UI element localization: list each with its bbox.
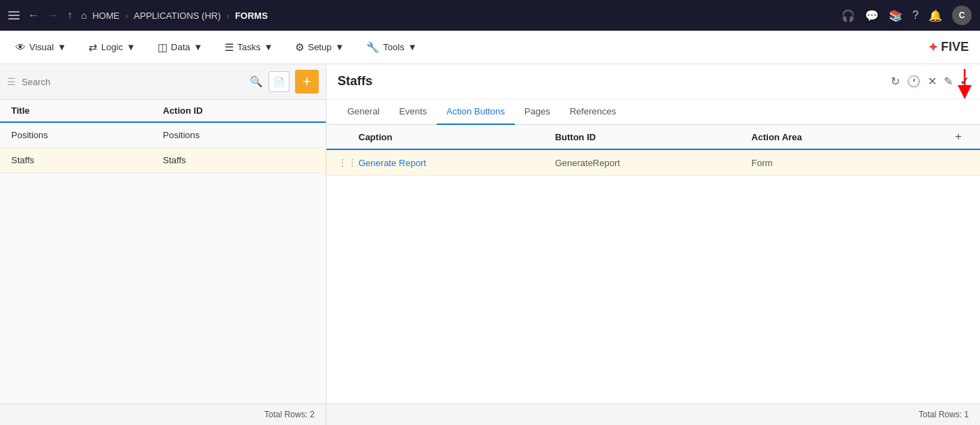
actionarea-cell: Form [751, 158, 948, 168]
data-dropdown-icon: ▼ [193, 42, 202, 52]
add-row-button[interactable]: + [948, 131, 969, 143]
toolbar-visual[interactable]: 👁 Visual ▼ [11, 38, 70, 56]
headset-icon[interactable]: 🎧 [841, 9, 855, 22]
visual-dropdown-icon: ▼ [57, 42, 66, 52]
filter-icon: ☰ [7, 76, 16, 87]
chat-icon[interactable]: 💬 [865, 9, 879, 22]
toolbar-tools[interactable]: 🔧 Tools ▼ [362, 38, 421, 57]
refresh-icon[interactable]: ↻ [891, 75, 900, 88]
row-action-id: Positions [163, 130, 315, 140]
data-icon: ◫ [158, 41, 167, 54]
right-actions: ↻ 🕐 ✕ ✎ ✓ [891, 75, 969, 88]
left-table-body: Positions Positions Staffs Staffs [0, 123, 326, 403]
panel-title: Staffs [338, 74, 885, 89]
tabs: General Events Action Buttons Pages Refe… [326, 99, 980, 125]
search-input[interactable] [22, 77, 244, 87]
row-title: Positions [11, 130, 163, 140]
tasks-icon: ☰ [225, 41, 234, 54]
help-icon[interactable]: ? [912, 9, 919, 22]
forward-icon[interactable]: → [47, 9, 59, 22]
left-table-header: Title Action ID [0, 100, 326, 123]
check-icon[interactable]: ✓ [960, 75, 969, 88]
tab-action-buttons[interactable]: Action Buttons [437, 99, 515, 125]
toolbar-setup[interactable]: ⚙ Setup ▼ [291, 38, 348, 57]
breadcrumb: ⌂ HOME › APPLICATIONS (HR) › FORMS [81, 10, 268, 21]
left-table-footer: Total Rows: 2 [0, 403, 326, 425]
detail-table: Caption Button ID Action Area + ⋮⋮ Gener… [326, 125, 980, 403]
menu-hamburger[interactable] [8, 11, 20, 20]
right-panel: Staffs ↻ 🕐 ✕ ✎ ✓ [326, 64, 980, 425]
history-icon[interactable]: 🕐 [907, 75, 921, 88]
top-nav-right: 🎧 💬 📚 ? 🔔 C [841, 6, 972, 25]
col-buttonid-header: Button ID [555, 132, 752, 142]
left-panel: ☰ 🔍 📄 + Title Action ID Positions Positi… [0, 64, 326, 425]
home-icon: ⌂ [81, 10, 86, 21]
tools-icon: 🔧 [366, 41, 379, 54]
books-icon[interactable]: 📚 [889, 9, 903, 22]
back-icon[interactable]: ← [28, 9, 39, 22]
close-icon[interactable]: ✕ [928, 75, 937, 88]
setup-icon: ⚙ [295, 41, 304, 54]
up-icon[interactable]: ↑ [67, 9, 73, 22]
tab-references[interactable]: References [560, 99, 626, 125]
edit-icon[interactable]: ✎ [944, 75, 953, 88]
tab-general[interactable]: General [338, 99, 389, 125]
toolbar-tasks[interactable]: ☰ Tasks ▼ [220, 38, 277, 57]
bell-icon[interactable]: 🔔 [928, 9, 942, 22]
main-content: ☰ 🔍 📄 + Title Action ID Positions Positi… [0, 64, 980, 425]
table-row[interactable]: Staffs Staffs [0, 148, 326, 173]
col-caption-header: Caption [359, 132, 555, 142]
add-icon: + [303, 74, 312, 89]
breadcrumb-home[interactable]: HOME [92, 10, 119, 21]
buttonid-cell: GenerateReport [555, 158, 752, 168]
row-action-id: Staffs [163, 155, 315, 165]
five-logo: ✦ FIVE [928, 40, 969, 55]
detail-footer: Total Rows: 1 [326, 403, 980, 425]
toolbar: 👁 Visual ▼ ⇄ Logic ▼ ◫ Data ▼ ☰ Tasks ▼ … [0, 31, 980, 64]
toolbar-logic[interactable]: ⇄ Logic ▼ [84, 38, 140, 57]
avatar[interactable]: C [952, 6, 972, 25]
logic-dropdown-icon: ▼ [126, 42, 135, 52]
doc-icon: 📄 [273, 77, 285, 87]
col-actionid-header: Action ID [163, 105, 315, 116]
top-nav: ← → ↑ ⌂ HOME › APPLICATIONS (HR) › FORMS… [0, 0, 980, 31]
setup-dropdown-icon: ▼ [335, 42, 344, 52]
search-bar: ☰ 🔍 📄 + [0, 64, 326, 100]
toolbar-data[interactable]: ◫ Data ▼ [153, 38, 206, 57]
tab-events[interactable]: Events [389, 99, 437, 125]
breadcrumb-forms[interactable]: FORMS [235, 10, 268, 21]
breadcrumb-applications[interactable]: APPLICATIONS (HR) [134, 10, 221, 21]
tasks-dropdown-icon: ▼ [264, 42, 273, 52]
tab-pages[interactable]: Pages [515, 99, 560, 125]
search-icon[interactable]: 🔍 [250, 75, 263, 88]
detail-table-header: Caption Button ID Action Area + [326, 125, 980, 150]
doc-button[interactable]: 📄 [269, 71, 289, 92]
col-actionarea-header: Action Area [751, 132, 948, 142]
right-header: Staffs ↻ 🕐 ✕ ✎ ✓ [326, 64, 980, 99]
drag-handle[interactable]: ⋮⋮ [338, 157, 359, 168]
row-title: Staffs [11, 155, 163, 165]
caption-cell: Generate Report [359, 158, 555, 168]
add-button[interactable]: + [295, 70, 319, 94]
col-title-header: Title [11, 105, 163, 116]
table-row[interactable]: Positions Positions [0, 123, 326, 148]
tools-dropdown-icon: ▼ [408, 42, 417, 52]
visual-icon: 👁 [15, 41, 26, 53]
detail-row[interactable]: ⋮⋮ Generate Report GenerateReport Form [326, 150, 980, 176]
logic-icon: ⇄ [89, 41, 98, 54]
